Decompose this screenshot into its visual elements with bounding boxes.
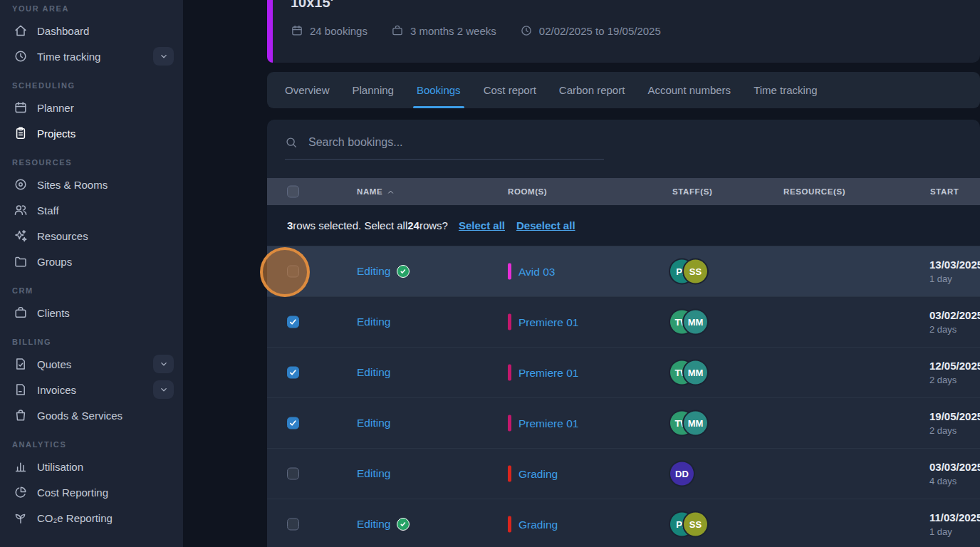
sidebar-item-label: Utilisation xyxy=(37,461,83,473)
tab-overview[interactable]: Overview xyxy=(273,72,341,108)
sidebar-item-label: Clients xyxy=(37,307,70,319)
tab-carbon-report[interactable]: Carbon report xyxy=(548,72,637,108)
sidebar-item-staff[interactable]: Staff xyxy=(0,197,183,223)
room-link[interactable]: Avid 03 xyxy=(518,265,555,278)
table-row: Editing Grading DD 03/03/2025 4 days xyxy=(267,448,980,499)
room-link[interactable]: Premiere 01 xyxy=(518,316,578,328)
sidebar-item-expand-button[interactable] xyxy=(153,355,174,373)
tab-cost-report[interactable]: Cost report xyxy=(472,72,548,108)
selection-banner: 3 rows selected. Select all 24 rows? Sel… xyxy=(267,205,980,246)
booking-name-link[interactable]: Editing xyxy=(357,417,390,429)
sidebar-item-projects[interactable]: Projects xyxy=(0,120,183,146)
column-header-staff-s[interactable]: STAFF(S) xyxy=(672,187,712,196)
clock-icon xyxy=(520,24,533,37)
start-date: 11/03/2025 xyxy=(929,511,980,523)
sidebar-item-sites-rooms[interactable]: Sites & Rooms xyxy=(0,172,183,197)
sparkles-icon xyxy=(14,229,28,243)
tab-planning[interactable]: Planning xyxy=(341,72,405,108)
sidebar-item-cost-reporting[interactable]: Cost Reporting xyxy=(0,479,183,505)
duration: 1 day xyxy=(929,274,980,284)
row-checkbox[interactable] xyxy=(287,417,299,429)
room-color-bar xyxy=(508,264,511,280)
sidebar-item-label: Groups xyxy=(37,256,72,268)
room-color-bar xyxy=(508,466,511,482)
booking-room-cell: Grading xyxy=(508,516,558,533)
booking-name-cell: Editing xyxy=(357,467,390,480)
sidebar-item-clients[interactable]: Clients xyxy=(0,300,183,325)
project-title: 10x15' xyxy=(291,0,333,11)
search-row xyxy=(267,120,980,178)
row-checkbox[interactable] xyxy=(287,316,299,328)
sidebar-item-groups[interactable]: Groups xyxy=(0,249,183,274)
sidebar-item-time-tracking[interactable]: Time tracking xyxy=(0,43,183,69)
column-header-resource-s[interactable]: RESOURCE(S) xyxy=(783,187,845,196)
calendar-icon xyxy=(291,24,303,37)
duration: 2 days xyxy=(929,375,980,385)
booking-start-cell: 03/02/2025 2 days xyxy=(929,309,980,335)
room-link[interactable]: Premiere 01 xyxy=(518,366,578,379)
staff-avatar: MM xyxy=(684,412,707,435)
sidebar-item-co-e-reporting[interactable]: CO₂e Reporting xyxy=(0,505,183,531)
sidebar-item-invoices[interactable]: Invoices xyxy=(0,377,183,402)
column-header-start[interactable]: START xyxy=(930,187,959,196)
select-all-checkbox[interactable] xyxy=(287,186,299,198)
sidebar-section-label: YOUR AREA xyxy=(12,4,183,14)
sidebar-item-expand-button[interactable] xyxy=(153,380,174,399)
sidebar-item-quotes[interactable]: Quotes xyxy=(0,351,183,377)
sidebar-item-dashboard[interactable]: Dashboard xyxy=(0,18,183,43)
booking-rows: Editing Avid 03 PLSS 13/03/2025 1 day Ed… xyxy=(267,246,980,547)
booking-staff-cell: TWMM xyxy=(670,361,707,385)
staff-avatar: MM xyxy=(684,311,707,334)
booking-staff-cell: DD xyxy=(670,462,694,486)
booking-name-link[interactable]: Editing xyxy=(357,467,390,480)
booking-room-cell: Premiere 01 xyxy=(508,314,578,330)
booking-name-link[interactable]: Editing xyxy=(357,366,390,379)
sidebar-section-label: SCHEDULING xyxy=(12,81,183,91)
sidebar-item-planner[interactable]: Planner xyxy=(0,95,183,120)
sidebar-item-label: Resources xyxy=(37,230,88,242)
booking-staff-cell: PLSS xyxy=(670,260,707,283)
booking-start-cell: 19/05/2025 2 days xyxy=(929,410,980,436)
column-header-room-s[interactable]: ROOM(S) xyxy=(508,187,547,196)
room-link[interactable]: Grading xyxy=(518,518,558,531)
row-checkbox[interactable] xyxy=(287,519,299,531)
briefcase-icon xyxy=(391,24,404,37)
deselect-all-link[interactable]: Deselect all xyxy=(516,219,575,231)
doc-check-icon xyxy=(14,357,28,371)
select-all-link[interactable]: Select all xyxy=(459,219,505,231)
sidebar-item-label: CO₂e Reporting xyxy=(37,512,113,524)
check-icon xyxy=(288,317,298,326)
column-header-name[interactable]: NAME xyxy=(357,187,395,197)
table-row: Editing Premiere 01 TWMM 19/05/2025 2 da… xyxy=(267,397,980,448)
sidebar-item-label: Sites & Rooms xyxy=(37,179,108,191)
sidebar-item-resources[interactable]: Resources xyxy=(0,223,183,249)
room-link[interactable]: Premiere 01 xyxy=(518,417,578,429)
room-color-bar xyxy=(508,516,511,533)
booking-name-link[interactable]: Editing xyxy=(357,316,390,328)
tab-bookings[interactable]: Bookings xyxy=(405,72,472,108)
room-color-bar xyxy=(508,365,511,381)
booking-name-cell: Editing xyxy=(357,316,390,328)
project-meta-item: 02/02/2025 to 19/05/2025 xyxy=(520,24,661,37)
room-link[interactable]: Grading xyxy=(518,467,558,480)
table-row: Editing Grading PLSS 11/03/2025 1 day xyxy=(267,499,980,547)
search-input[interactable] xyxy=(307,135,604,150)
booking-room-cell: Premiere 01 xyxy=(508,365,578,381)
row-checkbox[interactable] xyxy=(287,367,299,379)
sidebar-item-goods-services[interactable]: Goods & Services xyxy=(0,402,183,428)
selected-count: 3 xyxy=(287,219,293,231)
row-checkbox[interactable] xyxy=(287,266,299,278)
check-icon xyxy=(288,368,298,377)
staff-avatar: DD xyxy=(670,462,694,486)
booking-name-link[interactable]: Editing xyxy=(357,265,390,278)
sidebar-item-expand-button[interactable] xyxy=(153,47,174,66)
sidebar-item-label: Cost Reporting xyxy=(37,486,108,499)
tab-account-numbers[interactable]: Account numbers xyxy=(636,72,742,108)
tab-time-tracking[interactable]: Time tracking xyxy=(742,72,828,108)
search-box[interactable] xyxy=(285,135,604,160)
booking-name-link[interactable]: Editing xyxy=(357,518,390,531)
briefcase-icon xyxy=(14,306,28,320)
clipboard-icon xyxy=(14,126,28,140)
row-checkbox[interactable] xyxy=(287,468,299,480)
sidebar-item-utilisation[interactable]: Utilisation xyxy=(0,454,183,479)
